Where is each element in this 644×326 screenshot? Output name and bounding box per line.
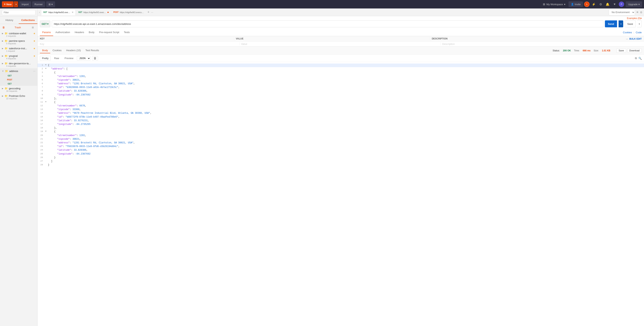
value-input[interactable]: [241, 42, 274, 45]
tab-tests[interactable]: Tests: [122, 29, 132, 36]
environment-select[interactable]: No Environment: [609, 9, 635, 15]
history-icon[interactable]: ⚡: [591, 1, 596, 7]
list-item[interactable]: ▶ 📁 dev-geoservice-la... 3 requests: [0, 61, 37, 68]
tab-prerequest[interactable]: Pre-request Script: [97, 29, 122, 36]
json-content: "longitude": -84.2307692: [48, 152, 90, 156]
tab-history[interactable]: History: [0, 17, 19, 24]
filter-input[interactable]: [2, 10, 36, 15]
new-button[interactable]: + New: [2, 1, 14, 7]
params-more-button[interactable]: ···: [626, 37, 628, 40]
list-item[interactable]: ▶ 📁 salesforce-inst... ★ 1 request: [0, 46, 37, 53]
examples-arrow[interactable]: ▾: [640, 17, 642, 20]
json-content: "id": "f6633670-0933-11e9-8fd6-d3b26194d…: [48, 145, 120, 148]
list-item[interactable]: ▶ 📁 Postman Echo 22 requests: [0, 93, 37, 101]
fold-arrow[interactable]: ▼: [45, 130, 48, 133]
new-label: New: [6, 3, 12, 6]
list-item[interactable]: GET: [0, 74, 37, 78]
settings-icon[interactable]: ⚙: [598, 1, 603, 7]
request-tab-1[interactable]: GET https://rdgrfiw9t3.execute-api.u... …: [41, 9, 76, 15]
list-item[interactable]: POST: [0, 78, 37, 82]
line-number: 27: [38, 160, 45, 163]
notifications-icon[interactable]: 🔔: [605, 1, 610, 7]
fold-arrow[interactable]: ▼: [45, 63, 48, 67]
list-item[interactable]: ▼ 📁 address ···: [0, 68, 37, 74]
response-download-button[interactable]: Download: [627, 48, 642, 53]
cookies-link[interactable]: Cookies: [623, 31, 632, 34]
resp-tab-headers[interactable]: Headers (10): [64, 48, 83, 53]
workspace-selector[interactable]: ⊞ My Workspace ▾: [541, 2, 567, 6]
new-tab-button[interactable]: +: [146, 10, 150, 14]
new-collection-button[interactable]: ⊞: [30, 25, 35, 29]
env-settings-button[interactable]: ⚙: [640, 11, 642, 14]
list-item[interactable]: ▶ 📁 jasmine-specs ★ 5 requests: [0, 38, 37, 46]
tab-more-button[interactable]: ···: [151, 11, 153, 14]
json-content: "streetnumber": 1281,: [48, 134, 86, 137]
key-input[interactable]: [40, 42, 72, 45]
resp-tab-test-results[interactable]: Test Results: [83, 48, 101, 53]
fold-arrow[interactable]: ▼: [45, 67, 48, 70]
request-tab-2[interactable]: GET https://rdgrfiw9t3.execute-api.us...: [76, 9, 111, 15]
tab-body[interactable]: Body: [86, 29, 97, 36]
line-number: 13: [38, 108, 45, 111]
fold-arrow[interactable]: ▼: [45, 100, 48, 103]
request-tab-3[interactable]: POST https://rdgrfiw9t3.execute-api.us-e…: [111, 9, 146, 15]
upgrade-button[interactable]: Upgrade ▾: [626, 1, 642, 7]
response-save-button[interactable]: Save: [616, 48, 626, 53]
search-button[interactable]: 🔍: [638, 56, 642, 60]
save-button[interactable]: Save: [625, 20, 636, 27]
url-input[interactable]: [52, 20, 603, 27]
trash-item[interactable]: 🗑 Trash ⊞: [0, 24, 37, 31]
env-eye-button[interactable]: 👁: [636, 11, 639, 14]
save-dropdown-button[interactable]: ▾: [637, 20, 642, 27]
invite-button[interactable]: 👤 Invite: [568, 1, 583, 7]
key-cell: [40, 42, 240, 45]
line-number: 25: [38, 152, 45, 156]
list-item[interactable]: ▶ 📁 coinbase-wallet ★ 2 requests: [0, 31, 37, 38]
collection-name: address: [9, 70, 32, 72]
import-button[interactable]: Import: [19, 1, 31, 7]
send-button[interactable]: Send: [605, 20, 617, 27]
examples-link[interactable]: Examples (0): [627, 17, 640, 20]
tools-arrow: ▾: [52, 3, 53, 6]
bulk-edit-button[interactable]: Bulk Edit: [629, 37, 642, 40]
chevron-down-icon: ▼: [2, 70, 4, 72]
description-input[interactable]: [442, 42, 474, 45]
tab-collections[interactable]: Collections: [19, 17, 37, 24]
copy-button[interactable]: ⧉: [635, 56, 637, 60]
list-item[interactable]: ▶ 📁 geocoding 16 requests: [0, 86, 37, 93]
json-line: 23 "id": "f6633670-0933-11e9-8fd6-d3b261…: [38, 145, 644, 148]
format-select[interactable]: JSON: [77, 56, 90, 61]
preview-tab[interactable]: Preview: [62, 56, 75, 60]
folder-icon: 📁: [4, 39, 8, 42]
tab-params[interactable]: Params: [40, 29, 53, 36]
heart-icon[interactable]: ♥: [612, 1, 617, 7]
json-content: "address": "6670 Peachtree Industrial Bl…: [48, 111, 152, 115]
line-number: 20: [38, 134, 45, 137]
sync-icon[interactable]: ↻: [584, 1, 590, 7]
resp-tab-cookies[interactable]: Cookies: [50, 48, 64, 53]
line-number: 18: [38, 126, 45, 130]
value-column-header: VALUE: [234, 37, 430, 40]
avatar[interactable]: P: [619, 1, 624, 7]
tab-close-icon[interactable]: ✕: [72, 11, 74, 14]
folder-icon: 📁: [4, 54, 8, 57]
new-dropdown-arrow[interactable]: ▾: [14, 1, 18, 7]
raw-tab[interactable]: Raw: [52, 56, 61, 60]
runner-button[interactable]: Runner: [32, 1, 45, 7]
resp-tab-body[interactable]: Body: [40, 48, 50, 53]
send-dropdown-button[interactable]: ▾: [618, 20, 623, 27]
list-item[interactable]: GET: [0, 82, 37, 86]
more-options-icon[interactable]: ···: [33, 69, 36, 72]
tab-headers[interactable]: Headers: [72, 29, 86, 36]
tab-authorization[interactable]: Authorization: [53, 29, 72, 36]
word-wrap-button[interactable]: ☰: [92, 56, 98, 61]
method-selector[interactable]: GET ▾: [40, 20, 50, 27]
tools-button[interactable]: ⊞ ▾: [46, 1, 55, 7]
line-number: 17: [38, 123, 45, 126]
code-link[interactable]: Code: [636, 31, 642, 34]
list-item[interactable]: ▶ 📁 yougoal ★ 4 requests: [0, 53, 37, 61]
collapse-sidebar-button[interactable]: ‹: [39, 11, 40, 14]
json-line: 6 "address": "1281 Brockett Rd, Clarksto…: [38, 82, 644, 86]
pretty-tab[interactable]: Pretty: [40, 56, 51, 61]
collection-name: dev-geoservice-la...: [9, 62, 36, 65]
